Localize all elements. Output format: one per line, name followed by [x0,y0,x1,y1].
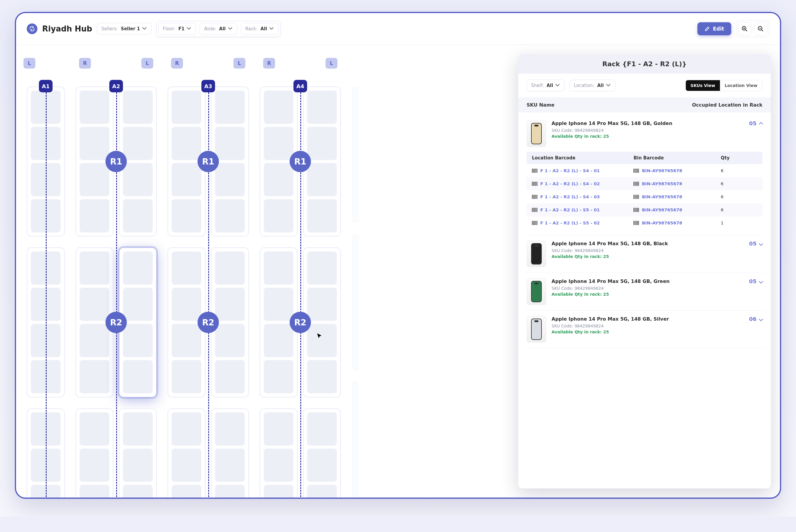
shelf-slot [215,199,245,232]
shelf-slot [264,485,293,499]
view-location-tab[interactable]: Location View [720,80,762,91]
shelf-slot [215,163,245,196]
shelf-slot [307,288,337,321]
app-logo [27,23,37,34]
location-row[interactable]: F 1 - A2 - R2 (L) - S5 - 01BIN-AY9876567… [526,203,762,216]
shelf-slot [172,91,201,124]
location-barcode: F 1 - A2 - R2 (L) - S5 - 01 [532,208,633,212]
shelf-slot [123,412,153,445]
location-row[interactable]: F 1 - A2 - R2 (L) - S4 - 03BIN-AY9876567… [526,190,762,203]
rack-label[interactable]: R1 [106,151,127,172]
shelf-slot [264,324,293,357]
barcode-icon [633,169,639,173]
shelf-slot [172,485,201,499]
sku-occupied-count[interactable]: 05 [749,120,762,127]
shelf-slot [79,91,109,124]
edit-button[interactable]: Edit [697,22,731,35]
rack-select[interactable]: Rack: All [241,23,279,35]
rack-label[interactable]: R1 [198,151,219,172]
shelf-select[interactable]: Shelf: All [526,79,564,92]
sku-occupied-count[interactable]: 05 [749,241,762,247]
rack-label: Rack: [245,26,258,32]
aisle-select[interactable]: Aisle: All [200,23,237,35]
sku-available-qty: Available Qty in rack: 25 [552,134,744,139]
floor-select[interactable]: Floor: F1 [158,23,196,35]
rack-side-R[interactable] [260,408,298,499]
chevron-down-icon [556,83,560,88]
shelf-label: Shelf: [531,83,543,88]
location-row[interactable]: F 1 - A2 - R2 (L) - S4 - 01BIN-AY9876567… [526,164,762,177]
rack-value: All [260,26,267,32]
side-label-right: R [79,58,91,69]
shelf-slot [123,324,153,357]
shelf-slot [172,163,201,196]
barcode-icon [532,195,537,199]
sku-list[interactable]: Apple Iphone 14 Pro Max 5G, 148 GB, Gold… [518,113,771,488]
panel-column-headers: SKU Name Occupied Location in Rack [518,97,771,113]
shelf-slot [215,412,245,445]
sku-item[interactable]: Apple Iphone 14 Pro Max 5G, 148 GB, Gree… [525,273,764,310]
sku-item[interactable]: Apple Iphone 14 Pro Max 5G, 148 GB, Blac… [525,235,764,273]
rack-side-L[interactable] [211,408,249,499]
view-skus-tab[interactable]: SKUs View [686,80,720,91]
shelf-slot [215,485,245,499]
panel-title: Rack {F1 - A2 - R2 (L)} [518,54,771,74]
location-row[interactable]: F 1 - A2 - R2 (L) - S4 - 02BIN-AY9876567… [526,177,762,190]
barcode-icon [532,169,537,173]
rack-side-R[interactable] [168,408,206,499]
shelf-slot [79,412,109,445]
sellers-select[interactable]: Sellers: Seller 1 [97,23,151,35]
location-select[interactable]: Location: All [569,79,615,92]
chevron-down-icon [607,83,611,88]
zoom-out-button[interactable] [754,22,767,35]
zoom-in-button[interactable] [738,22,751,35]
shelf-slot [215,127,245,160]
aisle-tag[interactable]: A3 [201,80,215,92]
sku-image [526,316,546,343]
rack-label[interactable]: R1 [290,151,311,172]
shelf-slot [79,360,109,393]
shelf-slot [264,360,293,393]
side-label-left: L [141,58,153,69]
aisle-label: Aisle: [204,26,216,32]
shelf-slot [123,163,153,196]
aisle-tag[interactable]: A4 [293,80,307,92]
sku-occupied-count[interactable]: 06 [749,316,762,322]
sku-occupied-count[interactable]: 05 [749,278,762,284]
rack-label[interactable]: R2 [106,312,127,333]
shelf-slot [172,449,201,482]
chevron-down-icon [187,27,191,31]
barcode-icon [532,221,537,225]
rack-label[interactable]: R2 [198,312,219,333]
rack-side-R[interactable] [75,408,113,499]
barcode-icon [633,221,639,225]
location-qty: 6 [721,168,757,173]
rack-label[interactable]: R2 [290,312,311,333]
shelf-slot [264,163,293,196]
aisle-center-line [46,92,47,499]
shelf-slot [307,449,337,482]
shelf-slot [172,288,201,321]
location-table: Location BarcodeBin BarcodeQtyF 1 - A2 -… [526,152,762,229]
sku-image [526,120,546,147]
sellers-value: Seller 1 [121,26,140,32]
shelf-slot [307,251,337,285]
shelf-slot [215,251,245,285]
aisle-tag[interactable]: A2 [109,80,123,92]
location-row[interactable]: F 1 - A2 - R2 (L) - S5 - 02BIN-AY9876567… [526,216,762,229]
location-barcode: F 1 - A2 - R2 (L) - S4 - 03 [532,194,633,199]
sku-item[interactable]: Apple Iphone 14 Pro Max 5G, 148 GB, Gold… [525,115,764,235]
shelf-slot [264,449,293,482]
sku-item[interactable]: Apple Iphone 14 Pro Max 5G, 148 GB, Silv… [525,310,764,348]
page-title: Riyadh Hub [42,24,92,33]
sku-code: SKU Code: 98429849824 [552,324,744,328]
aisle-tag[interactable]: A1 [39,80,53,92]
rack-side-L[interactable] [119,408,157,499]
shelf-slot [123,199,153,232]
col-occupied: Occupied Location in Rack [692,102,762,108]
location-filter-cluster: Floor: F1 Aisle: All Rack: All [156,21,281,37]
view-toggle: SKUs View Location View [686,80,762,91]
shelf-slot [215,91,245,124]
edit-button-label: Edit [713,26,724,32]
rack-side-L[interactable] [303,408,341,499]
